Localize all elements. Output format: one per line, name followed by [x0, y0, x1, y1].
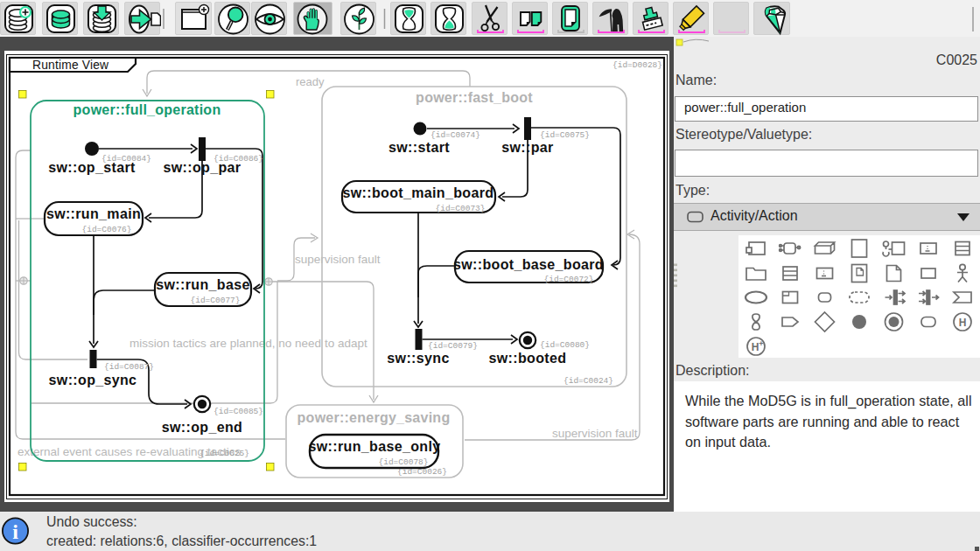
svg-text:sw::boot_base_board: sw::boot_base_board — [453, 257, 604, 272]
svg-text:power::fast_boot: power::fast_boot — [416, 90, 533, 105]
svg-text:ready: ready — [296, 75, 325, 88]
svg-text:+: + — [759, 339, 763, 348]
svg-text:{id=C0025}: {id=C0025} — [200, 449, 249, 458]
svg-text:sw::boot_main_board: sw::boot_main_board — [343, 185, 494, 200]
svg-text:{id=C0072}: {id=C0072} — [543, 275, 593, 284]
svg-text:{id=C0073}: {id=C0073} — [435, 204, 485, 213]
svg-text:{id=C0085}: {id=C0085} — [214, 407, 263, 416]
svg-text:{id=C0087}: {id=C0087} — [104, 362, 154, 372]
svg-text:sw::start: sw::start — [388, 140, 450, 155]
svg-text:mission tactics are planned, n: mission tactics are planned, no need to … — [130, 337, 368, 350]
svg-text:sw::booted: sw::booted — [489, 351, 567, 366]
svg-text:sw::run_main: sw::run_main — [46, 206, 141, 221]
svg-text:Runtime View: Runtime View — [32, 59, 108, 72]
svg-text:power::full_operation: power::full_operation — [74, 102, 221, 117]
svg-text:{id=C0080}: {id=C0080} — [540, 340, 590, 350]
svg-text:{id=C0075}: {id=C0075} — [540, 130, 590, 140]
svg-text:{id=C0074}: {id=C0074} — [430, 130, 480, 140]
svg-text:sw::op_sync: sw::op_sync — [49, 373, 137, 387]
svg-text:sw::par: sw::par — [501, 140, 553, 155]
svg-text:supervision fault: supervision fault — [295, 253, 381, 266]
svg-text:{id=C0078}: {id=C0078} — [378, 457, 428, 467]
svg-text:{id=C0077}: {id=C0077} — [190, 296, 240, 305]
svg-text:{id=C0076}: {id=C0076} — [81, 225, 131, 234]
svg-text:sw::run_base_only: sw::run_base_only — [309, 439, 441, 454]
svg-text:{id=D0028}: {id=D0028} — [612, 60, 662, 70]
svg-text:{id=C0086}: {id=C0086} — [214, 154, 263, 164]
svg-text:power::energy_saving: power::energy_saving — [298, 410, 451, 425]
svg-text:supervision fault: supervision fault — [552, 427, 638, 440]
svg-text:sw::op_end: sw::op_end — [162, 420, 242, 435]
svg-text:sw::run_base: sw::run_base — [156, 277, 249, 292]
svg-text:{id=C0024}: {id=C0024} — [564, 376, 613, 386]
svg-text:{id=C0084}: {id=C0084} — [102, 154, 151, 164]
svg-text:{id=C0079}: {id=C0079} — [428, 341, 478, 351]
svg-text:sw::sync: sw::sync — [387, 351, 449, 366]
svg-text:H: H — [752, 341, 760, 353]
svg-text:i: i — [12, 520, 18, 543]
svg-text:H: H — [959, 317, 967, 329]
